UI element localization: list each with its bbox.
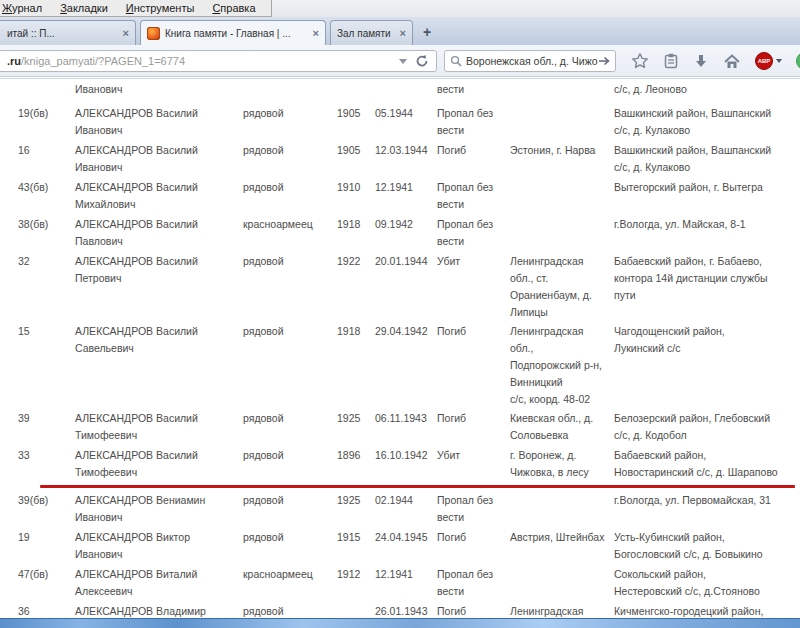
close-icon[interactable]: × (123, 28, 129, 39)
record-death-place (510, 81, 614, 103)
menu-journal[interactable]: Журнал (0, 1, 51, 16)
record-name: АЛЕКСАНДРОВ Владимир Васильевич (75, 603, 243, 618)
record-name: Иванович (75, 81, 243, 103)
record-rank: рядовой (243, 447, 337, 481)
record-name: АЛЕКСАНДРОВ Вениамин Иванович (75, 492, 243, 527)
home-icon[interactable] (723, 53, 741, 70)
record-status: Погиб (437, 142, 510, 177)
record-rank (243, 81, 337, 103)
bookmark-star-icon[interactable] (631, 52, 649, 70)
record-rank: рядовой (243, 142, 337, 177)
menu-group: Журнал Закладки Инструменты Справка (0, 0, 272, 17)
record-birth-year: 1896 (337, 447, 375, 481)
toolbar-icon-strip: ABP (624, 49, 800, 73)
bookmarks-menu-icon[interactable] (663, 53, 679, 70)
record-rank: рядовой (243, 253, 337, 321)
record-rank: рядовой (243, 323, 337, 408)
menu-bookmarks[interactable]: Закладки (51, 1, 117, 16)
search-icon (450, 55, 462, 67)
search-go-arrow-icon[interactable] (598, 55, 611, 67)
record-death-date: 06.11.1943 (375, 410, 437, 445)
record-death-place: Эстония, г. Нарва (510, 142, 614, 177)
annotation-underline (40, 485, 795, 488)
record-name: АЛЕКСАНДРОВ Василий Савельевич (75, 323, 243, 408)
table-row: 39(бв) АЛЕКСАНДРОВ Вениамин Иванович ряд… (18, 492, 800, 527)
record-death-place: Австрия, Штейнбах (510, 529, 614, 564)
record-death-date (375, 81, 437, 103)
record-name: АЛЕКСАНДРОВ Василий Павлович (75, 216, 243, 251)
record-address: Сокольский район, Нестеровский с/с, д.Ст… (614, 566, 800, 601)
record-death-date: 29.04.1942 (375, 323, 437, 408)
new-tab-button[interactable]: + (419, 25, 435, 41)
record-name: АЛЕКСАНДРОВ Василий Петрович (75, 253, 243, 321)
record-status: Пропал без вести (437, 216, 510, 251)
record-rank: рядовой (243, 105, 337, 140)
menu-help[interactable]: Справка (203, 1, 264, 16)
search-input[interactable]: Воронежская обл., д. Чижовк (466, 55, 598, 67)
record-death-place: Ленинградская обл., Подпорожский р-н, Ви… (510, 323, 614, 408)
record-birth-year: 1912 (337, 566, 375, 601)
taskbar-edge (0, 618, 800, 628)
record-status: Убит (437, 447, 510, 481)
record-number: 39(бв) (18, 492, 75, 527)
close-icon[interactable]: × (400, 28, 406, 39)
record-death-date: 20.01.1944 (375, 253, 437, 321)
record-birth-year: 1925 (337, 410, 375, 445)
table-row: 19(бв) АЛЕКСАНДРОВ Василий Иванович рядо… (18, 105, 800, 140)
table-row: 33 АЛЕКСАНДРОВ Василий Тимофеевич рядово… (18, 447, 800, 490)
page-content: Иванович вести с/с, д. Леоново 19(бв) АЛ… (0, 78, 800, 618)
table-row: 38(бв) АЛЕКСАНДРОВ Василий Павлович крас… (18, 216, 800, 251)
record-death-date: 02.1944 (375, 492, 437, 527)
record-status: Пропал без вести (437, 179, 510, 214)
reload-icon[interactable] (415, 54, 429, 68)
record-rank: рядовой (243, 529, 337, 564)
record-death-place: Киевская обл., д. Соловьевка (510, 410, 614, 445)
urlbar-dropdown-icon[interactable] (399, 59, 407, 64)
record-death-place (510, 179, 614, 214)
record-address: с/с, д. Леоново (614, 81, 800, 103)
record-status: вести (437, 81, 510, 103)
downloads-icon[interactable] (693, 53, 709, 70)
tab-background-1[interactable]: итай :: П... × (0, 20, 136, 45)
record-address: Бабаевский район, Новостаринский с/с, д.… (614, 447, 800, 481)
record-rank: рядовой (243, 410, 337, 445)
record-status: Убит (437, 253, 510, 321)
record-address: Чагодощенский район, Лукинский с/с (614, 323, 800, 408)
record-number: 19(бв) (18, 105, 75, 140)
tab-title: итай :: П... (7, 28, 117, 39)
record-status: Погиб (437, 529, 510, 564)
record-name: АЛЕКСАНДРОВ Виктор Иванович (75, 529, 243, 564)
table-row: 15 АЛЕКСАНДРОВ Василий Савельевич рядово… (18, 323, 800, 408)
tab-active-kniga-pamyati[interactable]: Книга памяти - Главная | ... × (140, 20, 326, 45)
table-row: 47(бв) АЛЕКСАНДРОВ Виталий Алексеевич кр… (18, 566, 800, 601)
record-status: Пропал без вести (437, 105, 510, 140)
adblock-badge[interactable]: ABP (755, 52, 773, 70)
adblock-dropdown-icon[interactable] (776, 59, 782, 63)
table-row: 16 АЛЕКСАНДРОВ Василий Иванович рядовой … (18, 142, 800, 177)
green-addon-icon[interactable] (796, 52, 800, 70)
record-name: АЛЕКСАНДРОВ Василий Иванович (75, 105, 243, 140)
tab-background-zal-pamyati[interactable]: Зал памяти × (330, 20, 413, 45)
record-rank: рядовой (243, 179, 337, 214)
close-icon[interactable]: × (313, 28, 319, 39)
record-address: г.Вологда, ул. Майская, 8-1 (614, 216, 800, 251)
record-address: Белозерский район, Глебовский с/с, д. Ко… (614, 410, 800, 445)
record-death-place (510, 566, 614, 601)
record-death-date: 05.1944 (375, 105, 437, 140)
url-path: /kniga_pamyati/?PAGEN_1=6774 (21, 55, 185, 67)
record-address: Вашкинский район, Вашпанский с/с, д. Кул… (614, 142, 800, 177)
menu-tools[interactable]: Инструменты (117, 1, 204, 16)
record-death-place (510, 105, 614, 140)
record-death-date: 09.1942 (375, 216, 437, 251)
tab-title: Книга памяти - Главная | ... (165, 28, 307, 39)
record-address: Вашкинский район, Вашпанский с/с, д. Кул… (614, 105, 800, 140)
search-box[interactable]: Воронежская обл., д. Чижовк (444, 50, 616, 72)
record-death-place: Ленинградская обл., ст. Ораниенбаум, д. … (510, 253, 614, 321)
records-table: Иванович вести с/с, д. Леоново 19(бв) АЛ… (0, 79, 800, 618)
url-bar[interactable]: .ru /kniga_pamyati/?PAGEN_1=6774 (0, 50, 437, 72)
record-name: АЛЕКСАНДРОВ Василий Иванович (75, 142, 243, 177)
adblock-plus-icon[interactable]: ABP (755, 52, 782, 70)
record-death-date: 26.01.1943 (375, 603, 437, 618)
record-number: 19 (18, 529, 75, 564)
record-status: Пропал без вести (437, 492, 510, 527)
